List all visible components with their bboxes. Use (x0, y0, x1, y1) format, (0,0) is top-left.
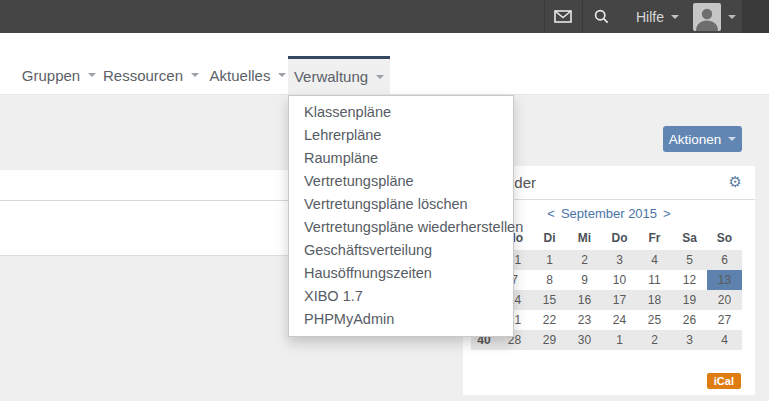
day-cell[interactable]: 3 (672, 330, 707, 350)
chevron-down-icon (728, 15, 736, 19)
verwaltung-dropdown-menu: Klassenpläne Lehrerpläne Raumpläne Vertr… (288, 95, 514, 337)
day-cell[interactable]: 8 (532, 270, 567, 290)
chevron-down-icon (88, 73, 96, 77)
menu-item-vertretungsplaene-loeschen[interactable]: Vertretungspläne löschen (289, 193, 513, 216)
chevron-down-icon (191, 73, 199, 77)
menu-item-hausoeffnungszeiten[interactable]: Hausöffnungszeiten (289, 262, 513, 285)
topbar-end-block (742, 0, 769, 33)
day-cell[interactable]: 26 (672, 310, 707, 330)
chevron-down-icon (376, 75, 384, 79)
day-cell[interactable]: 27 (707, 310, 742, 330)
day-header: So (707, 226, 742, 250)
nav-label: Aktuelles (210, 67, 271, 84)
day-header: Di (532, 226, 567, 250)
envelope-icon (554, 10, 572, 23)
avatar (693, 3, 721, 31)
day-cell[interactable]: 18 (637, 290, 672, 310)
gear-icon[interactable]: ⚙ (729, 175, 742, 190)
menu-item-lehrerplaene[interactable]: Lehrerpläne (289, 124, 513, 147)
day-cell[interactable]: 5 (672, 250, 707, 270)
day-cell[interactable]: 20 (707, 290, 742, 310)
prev-month-button[interactable]: < (547, 206, 555, 221)
day-cell[interactable]: 11 (637, 270, 672, 290)
menu-item-klassenplaene[interactable]: Klassenpläne (289, 101, 513, 124)
aktionen-label: Aktionen (669, 132, 722, 147)
day-cell[interactable]: 2 (567, 250, 602, 270)
menu-item-raumplaene[interactable]: Raumpläne (289, 147, 513, 170)
day-cell-selected[interactable]: 13 (707, 270, 742, 290)
search-button[interactable] (582, 0, 620, 33)
nav-label: Ressourcen (103, 67, 183, 84)
nav-label: Gruppen (22, 67, 80, 84)
mail-button[interactable] (544, 0, 582, 33)
aktionen-button[interactable]: Aktionen (663, 126, 742, 152)
menu-item-xibo[interactable]: XIBO 1.7 (289, 285, 513, 308)
chevron-down-icon (278, 73, 286, 77)
chevron-down-icon (728, 137, 736, 141)
day-cell[interactable]: 22 (532, 310, 567, 330)
nav-item-ressourcen[interactable]: Ressourcen (104, 56, 198, 94)
day-cell[interactable]: 12 (672, 270, 707, 290)
nav-item-verwaltung[interactable]: Verwaltung (288, 56, 390, 94)
day-header: Mi (567, 226, 602, 250)
day-cell[interactable]: 1 (532, 250, 567, 270)
day-header: Sa (672, 226, 707, 250)
day-cell[interactable]: 19 (672, 290, 707, 310)
menu-item-vertretungsplaene[interactable]: Vertretungspläne (289, 170, 513, 193)
nav-item-gruppen[interactable]: Gruppen (20, 56, 98, 94)
main-navbar: Gruppen Ressourcen Aktuelles Verwaltung (0, 33, 769, 95)
day-cell[interactable]: 1 (602, 330, 637, 350)
day-cell[interactable]: 24 (602, 310, 637, 330)
day-cell[interactable]: 16 (567, 290, 602, 310)
day-header: Fr (637, 226, 672, 250)
chevron-down-icon (671, 15, 679, 19)
help-menu[interactable]: Hilfe (620, 0, 693, 33)
day-cell[interactable]: 10 (602, 270, 637, 290)
next-month-button[interactable]: > (663, 206, 671, 221)
topbar-actions: Hilfe (544, 0, 742, 33)
search-icon (594, 9, 609, 24)
day-cell[interactable]: 15 (532, 290, 567, 310)
month-label: September 2015 (561, 206, 657, 221)
topbar: Hilfe (0, 0, 769, 33)
day-cell[interactable]: 9 (567, 270, 602, 290)
day-cell[interactable]: 3 (602, 250, 637, 270)
app-window: Hilfe Gruppen Ressourcen (0, 0, 769, 401)
help-label: Hilfe (636, 9, 664, 25)
day-cell[interactable]: 25 (637, 310, 672, 330)
nav-item-aktuelles[interactable]: Aktuelles (206, 56, 290, 94)
day-cell[interactable]: 4 (637, 250, 672, 270)
day-cell[interactable]: 23 (567, 310, 602, 330)
day-cell[interactable]: 29 (532, 330, 567, 350)
day-cell[interactable]: 17 (602, 290, 637, 310)
menu-item-phpmyadmin[interactable]: PHPMyAdmin (289, 308, 513, 331)
menu-item-geschaeftsverteilung[interactable]: Geschäftsverteilung (289, 239, 513, 262)
menu-item-vertretungsplaene-wiederherstellen[interactable]: Vertretungspläne wiederherstellen (289, 216, 513, 239)
day-cell[interactable]: 30 (567, 330, 602, 350)
day-cell[interactable]: 4 (707, 330, 742, 350)
ical-button[interactable]: iCal (707, 373, 741, 389)
day-header: Do (602, 226, 637, 250)
day-cell[interactable]: 2 (637, 330, 672, 350)
nav-label: Verwaltung (294, 68, 368, 85)
day-cell[interactable]: 6 (707, 250, 742, 270)
user-menu[interactable] (693, 0, 742, 33)
